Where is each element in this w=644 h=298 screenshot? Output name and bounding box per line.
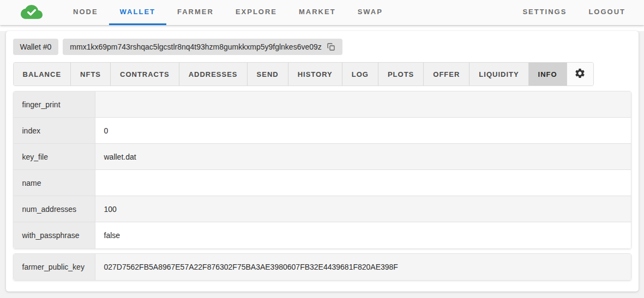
row-key: index bbox=[14, 118, 95, 143]
table-row: key_file wallet.dat bbox=[14, 144, 631, 170]
row-key: num_addresses bbox=[14, 196, 95, 222]
settings-gear-icon bbox=[574, 68, 586, 81]
nav-item-market[interactable]: MARKET bbox=[288, 0, 347, 25]
tab-plots[interactable]: PLOTS bbox=[378, 63, 424, 86]
app-logo[interactable] bbox=[21, 0, 43, 25]
row-key: key_file bbox=[14, 144, 95, 169]
tab-contracts[interactable]: CONTRACTS bbox=[111, 63, 179, 86]
row-key: farmer_public_key bbox=[14, 254, 95, 280]
table-row: with_passphrase false bbox=[14, 222, 631, 248]
wallet-card: Wallet #0 mmx1kx69pm743rshqac5lgcstlr8nq… bbox=[6, 31, 639, 291]
cloud-check-icon bbox=[21, 4, 43, 21]
tab-addresses[interactable]: ADDRESSES bbox=[179, 63, 248, 86]
nav-item-farmer[interactable]: FARMER bbox=[166, 0, 225, 25]
right-nav: SETTINGS LOGOUT bbox=[511, 0, 644, 25]
tab-log[interactable]: LOG bbox=[342, 63, 378, 86]
row-key: with_passphrase bbox=[14, 222, 95, 248]
row-key: name bbox=[14, 170, 95, 196]
table-row: farmer_public_key 027D7562FB5A8967E57A22… bbox=[14, 254, 631, 280]
wallet-info-table: finger_print index 0 key_file wallet.dat… bbox=[13, 91, 631, 249]
wallet-header: Wallet #0 mmx1kx69pm743rshqac5lgcstlr8nq… bbox=[13, 39, 631, 55]
wallet-number-chip[interactable]: Wallet #0 bbox=[13, 39, 59, 55]
row-key: finger_print bbox=[14, 92, 95, 117]
wallet-address: mmx1kx69pm743rshqac5lgcstlr8nq4t93hzm8gu… bbox=[70, 42, 321, 51]
wallet-address-chip[interactable]: mmx1kx69pm743rshqac5lgcstlr8nq4t93hzm8gu… bbox=[63, 39, 342, 55]
table-row: finger_print bbox=[14, 92, 631, 118]
wallet-tabs: BALANCE NFTS CONTRACTS ADDRESSES SEND HI… bbox=[13, 62, 594, 86]
main-nav: NODE WALLET FARMER EXPLORE MARKET SWAP bbox=[62, 0, 394, 25]
nav-item-wallet[interactable]: WALLET bbox=[109, 0, 166, 25]
app-bar: NODE WALLET FARMER EXPLORE MARKET SWAP S… bbox=[0, 0, 644, 25]
nav-item-explore[interactable]: EXPLORE bbox=[225, 0, 288, 25]
nav-item-logout[interactable]: LOGOUT bbox=[577, 0, 636, 25]
nav-item-swap[interactable]: SWAP bbox=[347, 0, 394, 25]
row-value: 027D7562FB5A8967E57A22F876302F75BA3AE398… bbox=[95, 254, 631, 280]
tab-balance[interactable]: BALANCE bbox=[14, 63, 71, 86]
tab-send[interactable]: SEND bbox=[248, 63, 288, 86]
table-row: index 0 bbox=[14, 118, 631, 144]
row-value: wallet.dat bbox=[95, 144, 631, 169]
tab-info[interactable]: INFO bbox=[529, 63, 567, 86]
tab-offer[interactable]: OFFER bbox=[424, 63, 470, 86]
tab-history[interactable]: HISTORY bbox=[288, 63, 342, 86]
settings-gear-button[interactable] bbox=[567, 63, 593, 86]
table-row: name bbox=[14, 170, 631, 196]
farmer-public-key-table: farmer_public_key 027D7562FB5A8967E57A22… bbox=[13, 253, 631, 281]
row-value: 100 bbox=[95, 196, 631, 222]
table-row: num_addresses 100 bbox=[14, 196, 631, 222]
content-copy-icon[interactable] bbox=[327, 42, 335, 51]
tab-liquidity[interactable]: LIQUIDITY bbox=[470, 63, 528, 86]
row-value bbox=[95, 92, 631, 117]
row-value: false bbox=[95, 222, 631, 248]
nav-item-settings[interactable]: SETTINGS bbox=[511, 0, 577, 25]
row-value: 0 bbox=[95, 118, 631, 143]
page-content: Wallet #0 mmx1kx69pm743rshqac5lgcstlr8nq… bbox=[0, 31, 644, 298]
nav-item-node[interactable]: NODE bbox=[62, 0, 109, 25]
tab-nfts[interactable]: NFTS bbox=[71, 63, 111, 86]
row-value bbox=[95, 170, 631, 196]
